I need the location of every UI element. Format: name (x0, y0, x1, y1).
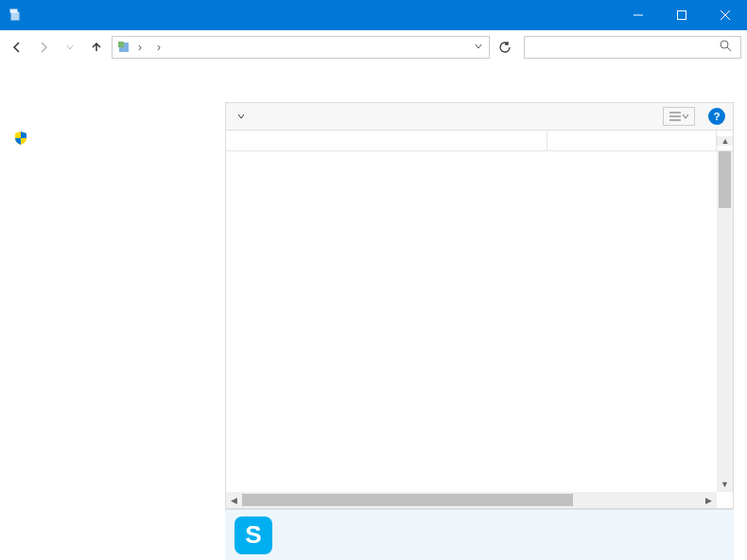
search-icon[interactable] (720, 40, 735, 55)
back-button[interactable] (6, 36, 28, 59)
chevron-down-icon (237, 113, 245, 120)
scroll-down-arrow[interactable]: ▼ (717, 476, 733, 492)
programs-table: ▲ ▼ ◀ ▶ (225, 131, 734, 509)
skype-icon: S (235, 516, 272, 554)
chevron-down-icon (683, 114, 688, 119)
column-publisher[interactable] (547, 131, 717, 150)
nav-toolbar: › › (0, 30, 747, 64)
up-button[interactable] (85, 36, 108, 59)
recent-dropdown[interactable] (59, 36, 81, 59)
main-panel: ? ▲ ▼ ◀ ▶ S (208, 64, 747, 560)
maximize-button[interactable] (660, 0, 704, 30)
horizontal-scrollbar[interactable]: ◀ ▶ (226, 492, 717, 508)
details-pane: S (225, 509, 734, 560)
svg-rect-7 (118, 42, 124, 47)
chevron-right-icon[interactable]: › (133, 41, 147, 54)
list-view-icon (669, 112, 681, 121)
app-icon (8, 8, 23, 23)
breadcrumb[interactable]: › › (112, 36, 490, 59)
svg-rect-1 (11, 12, 19, 20)
chevron-right-icon[interactable]: › (152, 41, 165, 54)
control-panel-icon (114, 41, 133, 54)
close-button[interactable] (704, 0, 747, 30)
column-name[interactable] (226, 131, 547, 150)
svg-point-8 (721, 41, 728, 48)
search-box[interactable] (524, 36, 741, 59)
shield-icon (13, 131, 28, 146)
breadcrumb-dropdown[interactable] (470, 41, 487, 54)
forward-button[interactable] (32, 36, 55, 59)
search-input[interactable] (530, 41, 720, 54)
scroll-up-arrow[interactable]: ▲ (717, 136, 733, 146)
sidebar-link-features[interactable] (13, 131, 199, 146)
list-toolbar: ? (225, 102, 734, 131)
vertical-scrollbar[interactable]: ▼ (717, 151, 733, 492)
title-bar (0, 0, 747, 30)
refresh-button[interactable] (494, 36, 516, 59)
minimize-button[interactable] (617, 0, 660, 30)
svg-rect-3 (678, 11, 686, 20)
organize-menu[interactable] (234, 113, 245, 120)
scroll-right-arrow[interactable]: ▶ (701, 492, 717, 508)
scroll-left-arrow[interactable]: ◀ (226, 492, 242, 508)
svg-line-9 (727, 47, 731, 51)
help-button[interactable]: ? (708, 108, 725, 125)
view-options[interactable] (663, 107, 695, 126)
table-header: ▲ (226, 131, 733, 151)
scrollbar-thumb[interactable] (719, 151, 731, 208)
scrollbar-thumb[interactable] (242, 494, 573, 506)
sidebar (0, 64, 208, 560)
